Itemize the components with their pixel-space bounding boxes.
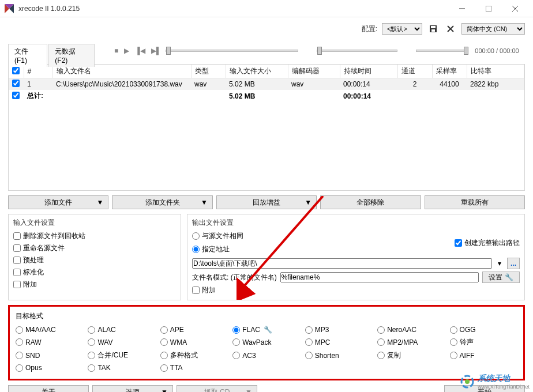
replay-gain-button[interactable]: 回放增益▼ [216,195,317,209]
chevron-down-icon: ▼ [97,198,104,206]
format-option-snd[interactable]: SND [16,350,83,360]
format-radio[interactable] [160,352,168,359]
reload-all-button[interactable]: 重载所有 [425,195,525,209]
browse-button[interactable]: ... [507,258,520,269]
col-duration[interactable]: 持续时间 [340,65,397,78]
delete-to-recycle-checkbox[interactable] [13,232,21,240]
format-label: MPC [315,338,331,346]
format-option-mp2-mpa[interactable]: MP2/MPA [377,337,445,347]
next-icon[interactable]: ▶▌ [150,47,163,55]
format-option-aiff[interactable]: AIFF [450,350,517,360]
format-radio[interactable] [232,338,240,346]
normalize-checkbox[interactable] [13,269,21,276]
maximize-button[interactable] [475,0,502,17]
format-radio[interactable] [88,352,95,359]
output-path-input[interactable] [192,258,492,269]
format-radio[interactable] [16,364,23,372]
format-radio[interactable] [305,326,313,334]
col-channels[interactable]: 通道 [397,65,432,78]
wrench-icon[interactable]: 🔧 [264,326,272,334]
language-select[interactable]: 简体中文 (CN) [461,23,525,35]
format-option--[interactable]: 复制 [377,350,445,360]
col-size[interactable]: 输入文件大小 [226,65,288,78]
format-radio[interactable] [450,326,457,334]
select-all-checkbox[interactable] [12,67,20,74]
position-slider[interactable] [166,50,298,52]
tab-files[interactable]: 文件 (F1) [8,44,47,67]
format-radio[interactable] [88,338,95,346]
filename-pattern-input[interactable] [280,272,479,282]
format-radio[interactable] [232,326,240,334]
format-radio[interactable] [88,326,95,334]
format-option-wav[interactable]: WAV [88,337,155,347]
format-radio[interactable] [160,364,168,372]
rename-source-checkbox[interactable] [13,244,21,252]
add-folder-button[interactable]: 添加文件夹▼ [112,195,212,209]
format-radio[interactable] [305,352,313,359]
options-button[interactable]: 选项▼ [92,385,173,392]
input-attach-checkbox[interactable] [13,281,21,288]
specify-path-radio[interactable] [192,246,200,253]
add-file-button[interactable]: 添加文件▼ [8,195,108,209]
format-radio[interactable] [160,326,168,334]
format-option--cue[interactable]: 合并/CUE [88,350,155,360]
same-as-source-radio[interactable] [192,232,200,240]
format-radio[interactable] [377,338,385,346]
format-radio[interactable] [305,338,313,346]
filename-settings-button[interactable]: 设置🔧 [482,272,520,283]
play-icon[interactable]: ▶ [123,47,130,55]
format-option-mp3[interactable]: MP3 [305,326,373,334]
col-type[interactable]: 类型 [191,65,226,78]
about-button[interactable]: 关于 [8,385,89,392]
format-option-tak[interactable]: TAK [88,364,155,372]
format-radio[interactable] [450,338,457,346]
format-option-ac3[interactable]: AC3 [232,350,300,360]
remove-all-button[interactable]: 全部移除 [320,195,421,209]
format-radio[interactable] [16,326,23,334]
format-radio[interactable] [16,352,23,359]
format-option-wavpack[interactable]: WavPack [232,337,300,347]
format-radio[interactable] [16,338,23,346]
format-option-tta[interactable]: TTA [160,364,228,372]
balance-slider[interactable] [317,50,397,52]
delete-icon[interactable] [444,23,457,35]
preprocess-checkbox[interactable] [13,257,21,264]
tab-metadata[interactable]: 元数据 (F2) [48,44,95,67]
format-radio[interactable] [377,352,385,359]
create-full-path-checkbox[interactable] [455,239,462,247]
save-icon[interactable] [427,23,440,35]
volume-slider[interactable] [416,50,468,52]
minimize-button[interactable] [449,0,475,17]
format-radio[interactable] [88,364,95,372]
format-option-mpc[interactable]: MPC [305,337,373,347]
format-option-ape[interactable]: APE [160,326,228,334]
col-samplerate[interactable]: 采样率 [432,65,467,78]
format-option--[interactable]: 多种格式 [160,350,228,360]
format-option-neroaac[interactable]: NeroAAC [377,326,445,334]
format-label: TTA [170,364,183,372]
format-option-wma[interactable]: WMA [160,337,228,347]
output-attach-checkbox[interactable] [192,287,200,294]
format-option-alac[interactable]: ALAC [88,326,155,334]
format-option-raw[interactable]: RAW [16,337,83,347]
format-radio[interactable] [232,352,240,359]
stop-icon[interactable]: ■ [113,47,119,55]
row-checkbox[interactable] [12,80,20,87]
format-radio[interactable] [450,352,457,359]
profile-select[interactable]: <默认> [382,23,422,35]
grab-cd-button[interactable]: 抓取 CD▼ [177,385,257,392]
format-option--[interactable]: 铃声 [450,337,517,347]
col-bitrate[interactable]: 比特率 [467,65,524,78]
format-option-shorten[interactable]: Shorten [305,350,373,360]
prev-icon[interactable]: ▐◀ [134,47,147,55]
format-option-flac[interactable]: FLAC🔧 [232,326,300,334]
col-codec[interactable]: 编解码器 [288,65,340,78]
table-row[interactable]: 1 C:\Users\pc\Music\20210330091738.wav w… [9,78,524,91]
format-option-ogg[interactable]: OGG [450,326,517,334]
format-option-opus[interactable]: Opus [16,364,83,372]
close-button[interactable] [502,0,528,17]
format-radio[interactable] [160,338,168,346]
format-option-m4a-aac[interactable]: M4A/AAC [16,326,83,334]
format-radio[interactable] [377,326,385,334]
total-checkbox[interactable] [12,92,20,99]
